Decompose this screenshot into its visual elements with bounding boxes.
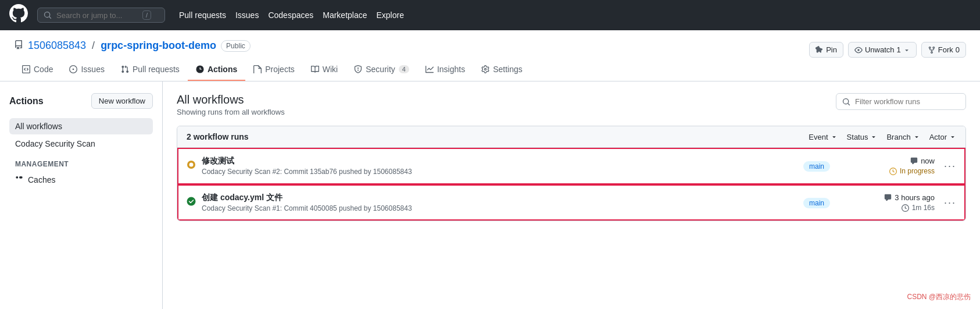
run1-title: 修改测试: [202, 156, 768, 166]
tab-issues-label: Issues: [81, 65, 104, 74]
tab-settings[interactable]: Settings: [473, 59, 531, 81]
tab-pull-requests[interactable]: Pull requests: [113, 59, 188, 81]
tab-projects[interactable]: Projects: [245, 59, 303, 81]
sidebar-header: Actions New workflow: [9, 93, 153, 109]
sidebar-item-caches[interactable]: Caches: [9, 172, 153, 188]
nav-codespaces[interactable]: Codespaces: [268, 10, 313, 20]
watermark: CSDN @西凉的悲伤: [907, 292, 971, 302]
repo-name[interactable]: grpc-spring-boot-demo: [101, 40, 216, 52]
tab-wiki[interactable]: Wiki: [303, 59, 346, 81]
fork-label: Fork: [938, 45, 953, 54]
repo-tabs: Code Issues Pull requests Actions Projec…: [14, 59, 966, 81]
unwatch-button[interactable]: Unwatch 1: [848, 42, 917, 58]
sidebar: Actions New workflow All workflows Codac…: [0, 81, 163, 309]
fork-button[interactable]: Fork 0: [921, 42, 966, 58]
nav-issues[interactable]: Issues: [235, 10, 259, 20]
nav-marketplace[interactable]: Marketplace: [323, 10, 367, 20]
repo-owner[interactable]: 1506085843: [28, 40, 86, 52]
fork-count: 0: [956, 45, 960, 54]
top-nav-links: Pull requests Issues Codespaces Marketpl…: [179, 10, 404, 20]
unwatch-label: Unwatch: [865, 45, 895, 54]
actor-filter-label: Actor: [929, 133, 947, 141]
content-title: All workflows: [177, 93, 285, 106]
run2-branch: main: [803, 198, 830, 207]
nav-pull-requests[interactable]: Pull requests: [179, 10, 226, 20]
tab-projects-label: Projects: [265, 65, 295, 74]
repo-actions: Pin Unwatch 1 Fork 0: [809, 42, 966, 58]
run2-info: 创建 codacy.yml 文件 Codacy Security Scan #1…: [202, 193, 768, 212]
run2-time-sub: 1m 16s: [865, 204, 935, 212]
run1-time-value: now: [921, 157, 935, 165]
svg-point-1: [189, 163, 194, 167]
caches-label: Caches: [28, 175, 55, 184]
tab-pr-label: Pull requests: [133, 65, 180, 74]
event-filter-button[interactable]: Event: [809, 133, 837, 141]
repo-separator: /: [92, 40, 95, 52]
new-workflow-button[interactable]: New workflow: [91, 93, 153, 109]
run2-branch-badge: main: [803, 198, 830, 208]
run1-time: now In progress: [865, 157, 935, 175]
repo-visibility-badge: Public: [221, 40, 251, 52]
run1-subtitle: Codacy Security Scan #2: Commit 135ab76 …: [202, 168, 768, 176]
run2-title: 创建 codacy.yml 文件: [202, 193, 768, 203]
global-search[interactable]: /: [37, 8, 165, 23]
search-input[interactable]: [56, 11, 138, 20]
branch-filter-button[interactable]: Branch: [886, 133, 920, 141]
top-navigation: / Pull requests Issues Codespaces Market…: [0, 0, 980, 30]
workflow-run-2[interactable]: 创建 codacy.yml 文件 Codacy Security Scan #1…: [177, 184, 965, 221]
workflow-filters: Event Status Branch Actor: [809, 133, 956, 141]
run2-time-main: 3 hours ago: [865, 193, 935, 202]
workflow-table: 2 workflow runs Event Status Branch: [177, 126, 966, 221]
run2-time-value: 3 hours ago: [895, 193, 935, 202]
run2-time: 3 hours ago 1m 16s: [865, 193, 935, 212]
workflow-count: 2 workflow runs: [187, 132, 249, 141]
run1-status-text: In progress: [900, 167, 935, 175]
tab-insights-label: Insights: [437, 65, 465, 74]
main-layout: Actions New workflow All workflows Codac…: [0, 81, 980, 309]
run2-subtitle: Codacy Security Scan #1: Commit 4050085 …: [202, 204, 768, 212]
run1-time-sub: In progress: [865, 167, 935, 175]
workflow-run-1[interactable]: 修改测试 Codacy Security Scan #2: Commit 135…: [177, 148, 965, 184]
content-area: All workflows Showing runs from all work…: [163, 81, 980, 309]
run1-menu[interactable]: ···: [944, 160, 956, 172]
sidebar-item-codacy[interactable]: Codacy Security Scan: [9, 136, 153, 152]
run2-duration: 1m 16s: [912, 204, 935, 212]
filter-input-wrap[interactable]: [836, 93, 966, 110]
run1-info: 修改测试 Codacy Security Scan #2: Commit 135…: [202, 156, 768, 176]
status-filter-label: Status: [847, 133, 868, 141]
tab-issues[interactable]: Issues: [61, 59, 112, 81]
tab-insights[interactable]: Insights: [417, 59, 473, 81]
run2-status-icon: [187, 197, 196, 208]
run2-menu[interactable]: ···: [944, 197, 956, 209]
pin-button[interactable]: Pin: [809, 42, 843, 58]
tab-security[interactable]: Security 4: [346, 59, 417, 81]
content-subtitle: Showing runs from all workflows: [177, 108, 285, 116]
svg-point-2: [187, 197, 196, 206]
tab-actions[interactable]: Actions: [188, 59, 245, 81]
event-filter-label: Event: [809, 133, 828, 141]
repo-icon: [14, 40, 23, 52]
tab-code-label: Code: [34, 65, 53, 74]
github-logo[interactable]: [9, 4, 28, 26]
sidebar-item-all-workflows[interactable]: All workflows: [9, 118, 153, 134]
workflow-table-header: 2 workflow runs Event Status Branch: [177, 126, 965, 148]
run1-branch-badge: main: [803, 161, 830, 172]
content-title-block: All workflows Showing runs from all work…: [177, 93, 285, 116]
run1-time-main: now: [865, 157, 935, 165]
run1-branch: main: [803, 161, 830, 171]
branch-filter-label: Branch: [886, 133, 910, 141]
filter-input[interactable]: [855, 97, 960, 106]
tab-actions-label: Actions: [208, 65, 237, 74]
nav-explore[interactable]: Explore: [377, 10, 404, 20]
pin-label: Pin: [826, 45, 837, 54]
sidebar-management-label: Management: [9, 153, 153, 172]
tab-security-label: Security: [366, 65, 395, 74]
status-filter-button[interactable]: Status: [847, 133, 878, 141]
actor-filter-button[interactable]: Actor: [929, 133, 956, 141]
unwatch-count: 1: [897, 45, 901, 54]
sidebar-title: Actions: [9, 96, 44, 106]
tab-code[interactable]: Code: [14, 59, 61, 81]
repo-header: 1506085843 / grpc-spring-boot-demo Publi…: [0, 30, 980, 81]
tab-settings-label: Settings: [493, 65, 523, 74]
tab-wiki-label: Wiki: [323, 65, 338, 74]
